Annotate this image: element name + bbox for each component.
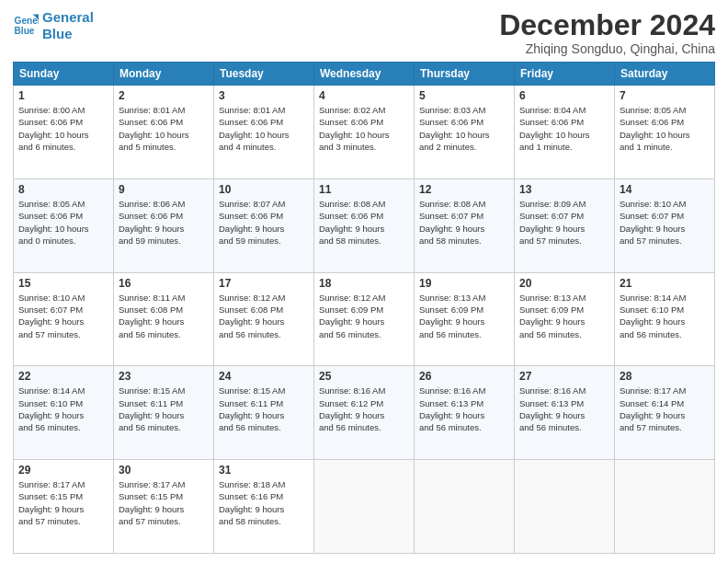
calendar-cell: 11Sunrise: 8:08 AM Sunset: 6:06 PM Dayli… xyxy=(314,178,415,272)
day-info: Sunrise: 8:11 AM Sunset: 6:08 PM Dayligh… xyxy=(119,292,209,340)
day-info: Sunrise: 8:18 AM Sunset: 6:16 PM Dayligh… xyxy=(219,478,309,527)
day-number: 28 xyxy=(620,370,710,383)
calendar-cell: 15Sunrise: 8:10 AM Sunset: 6:07 PM Dayli… xyxy=(14,272,114,366)
calendar-cell xyxy=(314,460,415,554)
day-info: Sunrise: 8:10 AM Sunset: 6:07 PM Dayligh… xyxy=(18,292,108,340)
day-info: Sunrise: 8:03 AM Sunset: 6:06 PM Dayligh… xyxy=(419,104,509,153)
day-number: 9 xyxy=(119,183,209,196)
logo: General Blue General Blue xyxy=(13,9,94,42)
day-number: 5 xyxy=(419,89,509,102)
calendar-week-row: 1Sunrise: 8:00 AM Sunset: 6:06 PM Daylig… xyxy=(14,86,715,179)
day-info: Sunrise: 8:16 AM Sunset: 6:12 PM Dayligh… xyxy=(319,385,409,433)
calendar-cell: 19Sunrise: 8:13 AM Sunset: 6:09 PM Dayli… xyxy=(415,272,515,366)
calendar-header-wednesday: Wednesday xyxy=(314,63,415,86)
day-number: 3 xyxy=(219,89,309,102)
day-number: 14 xyxy=(620,183,710,196)
calendar-header-row: SundayMondayTuesdayWednesdayThursdayFrid… xyxy=(14,63,715,86)
day-number: 16 xyxy=(119,277,209,290)
svg-text:General: General xyxy=(15,16,39,26)
calendar-cell: 26Sunrise: 8:16 AM Sunset: 6:13 PM Dayli… xyxy=(415,366,515,460)
day-number: 23 xyxy=(119,370,209,383)
day-info: Sunrise: 8:07 AM Sunset: 6:06 PM Dayligh… xyxy=(219,198,309,247)
svg-text:Blue: Blue xyxy=(15,26,35,36)
title-month: December 2024 xyxy=(499,9,715,41)
day-number: 13 xyxy=(519,183,609,196)
day-info: Sunrise: 8:06 AM Sunset: 6:06 PM Dayligh… xyxy=(119,198,209,247)
header: General Blue General Blue December 2024 … xyxy=(13,9,715,56)
calendar-cell xyxy=(415,460,515,554)
calendar-cell: 1Sunrise: 8:00 AM Sunset: 6:06 PM Daylig… xyxy=(14,86,114,179)
calendar-cell: 9Sunrise: 8:06 AM Sunset: 6:06 PM Daylig… xyxy=(114,178,214,272)
calendar-cell: 6Sunrise: 8:04 AM Sunset: 6:06 PM Daylig… xyxy=(515,86,615,179)
day-info: Sunrise: 8:13 AM Sunset: 6:09 PM Dayligh… xyxy=(519,292,609,340)
calendar-cell: 31Sunrise: 8:18 AM Sunset: 6:16 PM Dayli… xyxy=(214,460,314,554)
day-number: 26 xyxy=(419,370,509,383)
day-number: 10 xyxy=(219,183,309,196)
logo-line2: Blue xyxy=(42,26,94,42)
day-info: Sunrise: 8:17 AM Sunset: 6:15 PM Dayligh… xyxy=(18,478,108,527)
calendar-cell: 28Sunrise: 8:17 AM Sunset: 6:14 PM Dayli… xyxy=(615,366,715,460)
day-info: Sunrise: 8:16 AM Sunset: 6:13 PM Dayligh… xyxy=(419,385,509,433)
logo-icon: General Blue xyxy=(13,13,39,39)
calendar-cell: 27Sunrise: 8:16 AM Sunset: 6:13 PM Dayli… xyxy=(515,366,615,460)
title-location: Zhiqing Songduo, Qinghai, China xyxy=(499,41,715,56)
day-number: 17 xyxy=(219,277,309,290)
calendar-cell xyxy=(615,460,715,554)
day-number: 2 xyxy=(119,89,209,102)
title-block: December 2024 Zhiqing Songduo, Qinghai, … xyxy=(499,9,715,56)
day-info: Sunrise: 8:12 AM Sunset: 6:08 PM Dayligh… xyxy=(219,292,309,340)
day-number: 1 xyxy=(18,89,108,102)
day-info: Sunrise: 8:13 AM Sunset: 6:09 PM Dayligh… xyxy=(419,292,509,340)
day-number: 15 xyxy=(18,277,108,290)
day-info: Sunrise: 8:04 AM Sunset: 6:06 PM Dayligh… xyxy=(519,104,609,153)
calendar-cell: 17Sunrise: 8:12 AM Sunset: 6:08 PM Dayli… xyxy=(214,272,314,366)
calendar-cell: 5Sunrise: 8:03 AM Sunset: 6:06 PM Daylig… xyxy=(415,86,515,179)
calendar-cell: 29Sunrise: 8:17 AM Sunset: 6:15 PM Dayli… xyxy=(14,460,114,554)
day-info: Sunrise: 8:05 AM Sunset: 6:06 PM Dayligh… xyxy=(18,198,108,247)
day-number: 20 xyxy=(519,277,609,290)
logo-line1: General xyxy=(42,9,94,26)
calendar-cell: 8Sunrise: 8:05 AM Sunset: 6:06 PM Daylig… xyxy=(14,178,114,272)
day-info: Sunrise: 8:14 AM Sunset: 6:10 PM Dayligh… xyxy=(620,292,710,340)
day-number: 4 xyxy=(319,89,409,102)
day-info: Sunrise: 8:01 AM Sunset: 6:06 PM Dayligh… xyxy=(119,104,209,153)
calendar-cell: 22Sunrise: 8:14 AM Sunset: 6:10 PM Dayli… xyxy=(14,366,114,460)
calendar-cell: 16Sunrise: 8:11 AM Sunset: 6:08 PM Dayli… xyxy=(114,272,214,366)
calendar-cell: 4Sunrise: 8:02 AM Sunset: 6:06 PM Daylig… xyxy=(314,86,415,179)
day-info: Sunrise: 8:12 AM Sunset: 6:09 PM Dayligh… xyxy=(319,292,409,340)
calendar-header-monday: Monday xyxy=(114,63,214,86)
calendar-week-row: 15Sunrise: 8:10 AM Sunset: 6:07 PM Dayli… xyxy=(14,272,715,366)
calendar-cell: 25Sunrise: 8:16 AM Sunset: 6:12 PM Dayli… xyxy=(314,366,415,460)
day-info: Sunrise: 8:00 AM Sunset: 6:06 PM Dayligh… xyxy=(18,104,108,153)
day-info: Sunrise: 8:08 AM Sunset: 6:07 PM Dayligh… xyxy=(419,198,509,247)
day-number: 8 xyxy=(18,183,108,196)
calendar-cell: 13Sunrise: 8:09 AM Sunset: 6:07 PM Dayli… xyxy=(515,178,615,272)
day-info: Sunrise: 8:15 AM Sunset: 6:11 PM Dayligh… xyxy=(219,385,309,433)
calendar-cell: 2Sunrise: 8:01 AM Sunset: 6:06 PM Daylig… xyxy=(114,86,214,179)
day-number: 7 xyxy=(620,89,710,102)
calendar-cell: 3Sunrise: 8:01 AM Sunset: 6:06 PM Daylig… xyxy=(214,86,314,179)
day-info: Sunrise: 8:15 AM Sunset: 6:11 PM Dayligh… xyxy=(119,385,209,433)
calendar-week-row: 29Sunrise: 8:17 AM Sunset: 6:15 PM Dayli… xyxy=(14,460,715,554)
page: General Blue General Blue December 2024 … xyxy=(0,0,728,563)
calendar-table: SundayMondayTuesdayWednesdayThursdayFrid… xyxy=(13,62,715,554)
day-number: 27 xyxy=(519,370,609,383)
day-info: Sunrise: 8:16 AM Sunset: 6:13 PM Dayligh… xyxy=(519,385,609,433)
day-number: 19 xyxy=(419,277,509,290)
calendar-cell: 14Sunrise: 8:10 AM Sunset: 6:07 PM Dayli… xyxy=(615,178,715,272)
day-info: Sunrise: 8:08 AM Sunset: 6:06 PM Dayligh… xyxy=(319,198,409,247)
day-number: 18 xyxy=(319,277,409,290)
day-number: 12 xyxy=(419,183,509,196)
calendar-cell: 20Sunrise: 8:13 AM Sunset: 6:09 PM Dayli… xyxy=(515,272,615,366)
day-info: Sunrise: 8:17 AM Sunset: 6:15 PM Dayligh… xyxy=(119,478,209,527)
day-number: 31 xyxy=(219,464,309,477)
calendar-cell: 12Sunrise: 8:08 AM Sunset: 6:07 PM Dayli… xyxy=(415,178,515,272)
day-info: Sunrise: 8:09 AM Sunset: 6:07 PM Dayligh… xyxy=(519,198,609,247)
calendar-cell: 23Sunrise: 8:15 AM Sunset: 6:11 PM Dayli… xyxy=(114,366,214,460)
day-number: 30 xyxy=(119,464,209,477)
calendar-header-tuesday: Tuesday xyxy=(214,63,314,86)
calendar-cell xyxy=(515,460,615,554)
day-number: 6 xyxy=(519,89,609,102)
calendar-header-thursday: Thursday xyxy=(415,63,515,86)
day-info: Sunrise: 8:05 AM Sunset: 6:06 PM Dayligh… xyxy=(620,104,710,153)
